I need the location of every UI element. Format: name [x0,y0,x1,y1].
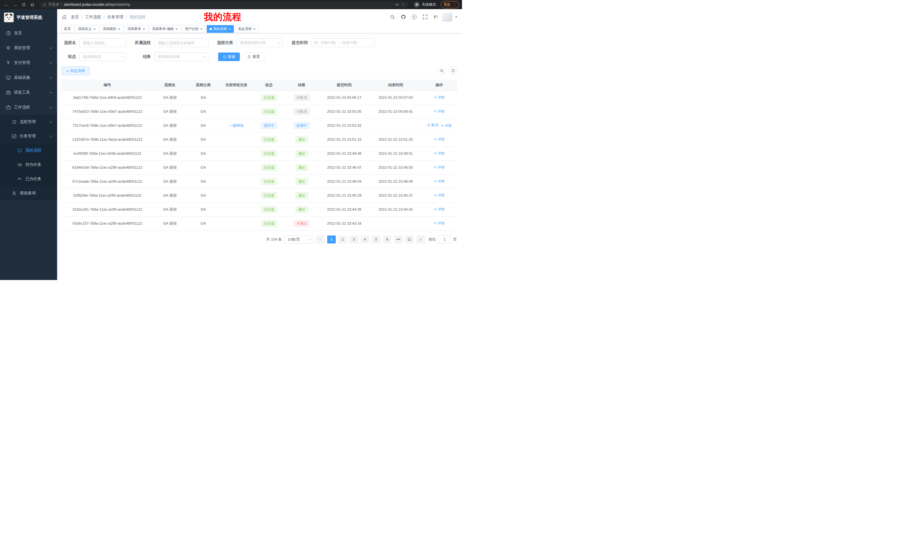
more-pages-button[interactable]: ••• [394,235,403,244]
detail-link[interactable]: ✎详情 [434,165,445,170]
sidebar-item-system[interactable]: ⚙ 系统管理 [0,40,57,55]
sidebar-item-home[interactable]: 首页 [0,26,57,40]
tab-process-form[interactable]: 流程表单× [124,25,148,33]
sidebar-item-workflow[interactable]: 工作流程 [0,100,57,115]
sidebar-item-done-tasks[interactable]: ✂ 已办任务 [0,172,57,186]
update-chip[interactable]: 更新 ⋮ [441,1,459,8]
back-button[interactable]: ← [3,1,10,8]
address-bar[interactable]: ⚠ 不安全 dashboard.yudao.iocoder.cn/bpm/tas… [39,1,409,8]
help-icon[interactable]: ? [410,12,418,22]
reload-button[interactable] [20,1,27,8]
tab-process-form-edit[interactable]: 流程表单-编辑× [149,25,181,33]
process-name-input[interactable] [80,39,126,47]
bookmark-star-icon[interactable]: ☆ [402,2,405,7]
process-definition-input[interactable] [154,39,208,47]
avatar[interactable] [442,13,452,22]
edit-icon: ✎ [434,110,437,113]
result-select[interactable]: 请选择流结果 [154,52,208,61]
sidebar-item-label: 系统管理 [14,45,30,51]
next-page-button[interactable]: › [416,235,425,244]
sidebar-item-todo-tasks[interactable]: 待办任务 [0,157,57,172]
sidebar-item-infrastructure[interactable]: 基础设施 [0,70,57,85]
page-button-11[interactable]: 11 [405,235,414,244]
page-button-6[interactable]: 6 [383,235,392,244]
cell-end-time: 2022-01-23 00:08:41 [370,105,421,118]
page-annotation: 我的流程 [204,11,242,23]
breadcrumb-item[interactable]: 首页 [71,15,79,20]
close-icon[interactable]: × [93,27,96,31]
detail-link[interactable]: ✎详情 [434,207,445,212]
sidebar-fold-icon[interactable] [62,15,67,20]
refresh-icon [451,69,455,73]
cell-task [220,105,253,118]
page-button-4[interactable]: 4 [361,235,369,244]
sidebar-item-process-management[interactable]: 流程管理 [0,115,57,129]
task-link[interactable]: 一级审批 [229,123,244,127]
category-select[interactable]: 请选择流程分类 [236,39,283,47]
table-search-toggle-button[interactable] [438,66,446,75]
submit-time-range-picker[interactable]: 开始日期 - 结束日期 [311,39,375,47]
reset-button[interactable]: 重置 [243,52,264,61]
tab-home[interactable]: 首页 [61,25,74,33]
forward-button[interactable]: → [11,1,19,8]
detail-link[interactable]: ✎详情 [441,123,452,128]
cell-end-time: 2022-01-22 23:46:53 [370,160,421,174]
close-icon[interactable]: × [143,27,145,31]
detail-link[interactable]: ✎详情 [434,179,445,184]
close-icon[interactable]: × [200,27,202,31]
detail-link[interactable]: ✎详情 [434,95,445,100]
date-start-placeholder: 开始日期 [321,40,336,45]
search-icon[interactable] [388,12,397,22]
search-button[interactable]: 搜索 [218,52,240,61]
home-button[interactable] [28,1,36,8]
detail-link[interactable]: ✎详情 [434,193,445,198]
detail-link[interactable]: ✎详情 [434,137,445,142]
sidebar-item-task-management[interactable]: 任务管理 [0,129,57,143]
page-button-5[interactable]: 5 [372,235,380,244]
github-icon[interactable] [399,12,408,22]
browser-menu-kebab-icon[interactable]: ⋮ [453,3,456,7]
tab-my-process[interactable]: 我的流程× [207,25,234,33]
cell-id: 52ffd28e-7b9a-11ec-a290-acde48001122 [62,189,153,202]
cell-task [220,147,253,160]
close-icon[interactable]: × [229,27,231,31]
chevron-down-icon [50,61,52,64]
key-icon[interactable] [395,3,399,7]
prev-page-button[interactable]: ‹ [316,235,325,244]
sidebar-item-leave-query[interactable]: 请假查询 [0,186,57,201]
tab-user-group[interactable]: 用户分组× [182,25,205,33]
page-button-3[interactable]: 3 [350,235,358,244]
tab-start-process[interactable]: 发起流程× [235,25,259,33]
detail-link[interactable]: ✎详情 [434,221,445,226]
tab-process-definition[interactable]: 流程定义× [75,25,99,33]
close-icon[interactable]: × [118,27,120,31]
close-icon[interactable]: × [254,27,256,31]
fullscreen-icon[interactable] [420,12,429,22]
close-icon[interactable]: × [176,27,178,31]
breadcrumb-item[interactable]: 任务管理 [107,15,123,20]
security-label[interactable]: 不安全 [48,2,59,7]
cell-name: OA 请假 [153,189,187,202]
cell-category: OA [187,202,220,216]
cell-id: 03c6c157-7b9a-11ec-a290-acde48001122 [62,216,153,231]
page-size-select[interactable]: 10条/页 [284,235,314,244]
detail-link[interactable]: ✎详情 [434,109,445,114]
font-size-icon[interactable]: TT [431,12,440,22]
cancel-link[interactable]: 取消 [427,123,438,127]
detail-link[interactable]: ✎详情 [434,151,445,156]
breadcrumb-item[interactable]: 工作流程 [85,15,101,20]
status-badge: 已完成 [261,94,277,101]
status-select[interactable]: 请选择状态 [80,52,126,61]
sidebar-item-devtools[interactable]: 研发工具 [0,85,57,100]
avatar-caret-icon[interactable] [455,16,458,18]
page-button-1[interactable]: 1 [327,235,336,244]
sidebar-item-payment[interactable]: ¥ 支付管理 [0,55,57,70]
create-process-button[interactable]: + 发起流程 [62,66,90,75]
sidebar-item-my-process[interactable]: 我的流程 [0,143,57,157]
table-refresh-button[interactable] [449,66,458,75]
tab-label: 流程模型 [103,27,117,31]
goto-page-input[interactable] [438,235,451,244]
page-button-2[interactable]: 2 [338,235,347,244]
tab-process-model[interactable]: 流程模型× [100,25,123,33]
cell-end-time [370,216,421,231]
